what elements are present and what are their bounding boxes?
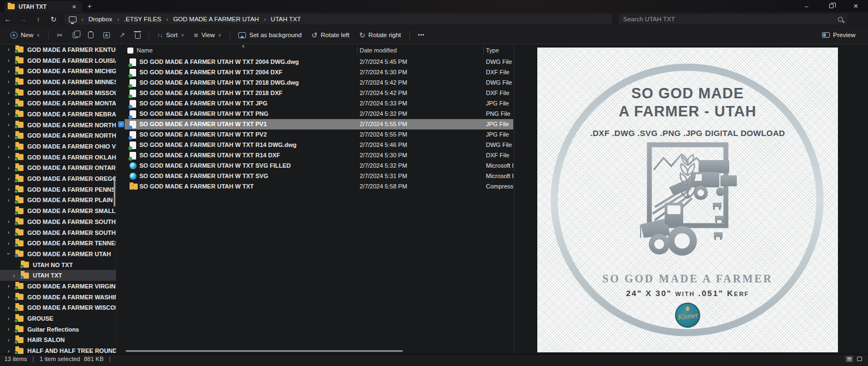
cut-button[interactable]: ✂ xyxy=(52,28,68,42)
chevron-icon[interactable] xyxy=(8,68,14,74)
chevron-icon[interactable] xyxy=(8,144,14,150)
preview-toggle-button[interactable]: Preview xyxy=(817,28,860,42)
chevron-icon[interactable] xyxy=(8,326,14,332)
file-row[interactable]: ✓ SO GOD MADE A FARMER UTAH W TXT PNG 2/… xyxy=(125,109,513,119)
row-checkbox[interactable]: ✓ xyxy=(118,121,124,127)
sidebar-item[interactable]: GOD MADE A FARMER TENNESSEE xyxy=(0,238,116,249)
chevron-icon[interactable] xyxy=(8,337,14,343)
sidebar-item[interactable]: HAIR SALON xyxy=(0,335,116,346)
large-icons-view-button[interactable] xyxy=(855,356,864,362)
chevron-icon[interactable] xyxy=(8,90,14,96)
file-row[interactable]: ✓ SO GOD MADE A FARMER UTAH W TXT 2/7/20… xyxy=(125,181,513,192)
restore-button[interactable] xyxy=(819,0,843,12)
paste-button[interactable] xyxy=(83,28,98,42)
chevron-icon[interactable] xyxy=(8,294,14,300)
sidebar-item[interactable]: GOD MADE A FARMER PENNSYLVANIA xyxy=(0,184,116,195)
sidebar-item[interactable]: GOD MADE A FARMER NEBRASKA xyxy=(0,109,116,120)
file-row[interactable]: ✓ SO GOD MADE A FARMER UTAH W TXT SVG FI… xyxy=(125,161,513,171)
chevron-icon[interactable] xyxy=(8,186,14,192)
sidebar-item[interactable]: GOD MADE A FARMER WASHINGTON xyxy=(0,292,116,303)
back-button[interactable]: ← xyxy=(0,15,15,23)
sidebar-item[interactable]: GOD MADE A FARMER VIRGINIA xyxy=(0,281,116,292)
breadcrumb-item[interactable]: Dropbox xyxy=(89,16,112,22)
chevron-icon[interactable] xyxy=(8,79,14,85)
rename-button[interactable]: A xyxy=(98,28,115,42)
sidebar-item[interactable]: GOD MADE A FARMER UTAH xyxy=(0,249,116,259)
file-row[interactable]: ✓ SO GOD MADE A FARMER UTAH W TXT 2004 D… xyxy=(125,57,513,67)
file-row[interactable]: ✓ SO GOD MADE A FARMER UTAH W TXT PV2 2/… xyxy=(125,129,513,140)
horizontal-scrollbar[interactable] xyxy=(126,350,403,352)
breadcrumb-item[interactable]: UTAH TXT xyxy=(271,16,301,22)
sidebar-item[interactable]: GROUSE xyxy=(0,313,116,324)
sidebar-item[interactable]: GOD MADE A FARMER MONTANA VERSION xyxy=(0,98,116,109)
sidebar-item[interactable]: GOD MADE A FARMER ONTARIO xyxy=(0,163,116,174)
this-pc-icon[interactable] xyxy=(69,16,77,22)
chevron-icon[interactable] xyxy=(8,283,14,289)
sidebar-item[interactable]: GOD MADE A FARMER NORTH CAROLINA xyxy=(0,120,116,131)
sidebar-item[interactable]: GOD MADE A FARMER WISCONSIN xyxy=(0,303,116,314)
new-button[interactable]: + New ∨ xyxy=(5,28,45,42)
sidebar-item[interactable]: GOD MADE A FARMER MISSOURI xyxy=(0,87,116,98)
share-button[interactable]: ↗ xyxy=(115,28,130,42)
select-all-checkbox[interactable] xyxy=(127,48,133,54)
rotate-right-button[interactable]: ↻ Rotate right xyxy=(354,28,406,42)
name-column-header[interactable]: Name xyxy=(137,47,153,54)
file-row[interactable]: ✓ SO GOD MADE A FARMER UTAH W TXT 2018 D… xyxy=(125,88,513,98)
file-row[interactable]: ✓ SO GOD MADE A FARMER UTAH W TXT 2018 D… xyxy=(125,78,513,88)
forward-button[interactable]: → xyxy=(15,15,31,23)
sidebar-item[interactable]: GOD MADE A FARMER OREGON xyxy=(0,173,116,184)
chevron-icon[interactable] xyxy=(8,165,14,171)
sidebar-item[interactable]: UTAH NO TXT xyxy=(0,259,116,270)
file-row[interactable]: ✓ SO GOD MADE A FARMER UTAH W TXT SVG 2/… xyxy=(125,171,513,181)
sidebar-item[interactable]: GOD MADE A FARMER LOUISIANA xyxy=(0,55,116,66)
chevron-icon[interactable] xyxy=(13,273,20,279)
details-view-button[interactable] xyxy=(845,356,853,362)
sidebar-item[interactable]: GOD MADE A FARMER NORTH DAKOTA xyxy=(0,131,116,141)
chevron-icon[interactable] xyxy=(8,240,14,246)
file-row[interactable]: ✓ SO GOD MADE A FARMER UTAH W TXT 2004 D… xyxy=(125,67,513,78)
chevron-icon[interactable] xyxy=(8,46,14,52)
search-box[interactable] xyxy=(619,14,847,25)
chevron-icon[interactable] xyxy=(8,229,14,235)
new-tab-button[interactable]: + xyxy=(87,2,92,10)
set-as-background-button[interactable]: Set as background xyxy=(233,28,307,42)
chevron-icon[interactable] xyxy=(8,111,14,117)
sidebar-item[interactable]: Guitar Reflections xyxy=(0,324,116,335)
copy-button[interactable] xyxy=(68,28,83,42)
breadcrumb-item[interactable]: GOD MADE A FARMER UTAH xyxy=(173,16,259,22)
file-row[interactable]: ✓ SO GOD MADE A FARMER UTAH W TXT R14 DW… xyxy=(125,140,513,150)
sidebar-item[interactable]: UTAH TXT xyxy=(0,270,116,281)
sort-button[interactable]: ↑↓ Sort ∨ xyxy=(153,28,189,42)
chevron-icon[interactable] xyxy=(8,348,14,354)
minimize-button[interactable]: – xyxy=(794,0,819,12)
chevron-icon[interactable] xyxy=(8,176,14,182)
search-icon[interactable] xyxy=(838,17,843,22)
chevron-icon[interactable] xyxy=(8,133,14,139)
sidebar-item[interactable]: GOD MADE A FARMER KENTUCKY xyxy=(0,44,116,55)
sidebar-item[interactable]: GOD MADE A FARMER SMALL MONTANA VERSIO xyxy=(0,205,116,216)
refresh-button[interactable]: ↻ xyxy=(46,15,61,23)
chevron-icon[interactable] xyxy=(8,316,14,322)
search-input[interactable] xyxy=(623,16,838,22)
file-row[interactable]: ✓ SO GOD MADE A FARMER UTAH W TXT R14 DX… xyxy=(125,150,513,161)
chevron-icon[interactable] xyxy=(8,305,14,311)
close-button[interactable]: ✕ xyxy=(843,0,868,12)
file-row[interactable]: ✓ SO GOD MADE A FARMER UTAH W TXT PV1 2/… xyxy=(125,119,513,129)
up-button[interactable]: ↑ xyxy=(31,15,46,23)
file-row[interactable]: ✓ SO GOD MADE A FARMER UTAH W TXT JPG 2/… xyxy=(125,98,513,109)
sidebar-item[interactable]: GOD MADE A FARMER MINNESOTA xyxy=(0,76,116,87)
column-divider[interactable] xyxy=(483,46,484,55)
chevron-icon[interactable] xyxy=(8,57,14,63)
breadcrumb-item[interactable]: .ETSY FILES xyxy=(124,16,161,22)
breadcrumb[interactable]: › Dropbox › .ETSY FILES › GOD MADE A FAR… xyxy=(64,14,612,25)
chevron-icon[interactable] xyxy=(8,219,14,225)
more-options-button[interactable]: ••• xyxy=(413,28,430,42)
column-divider[interactable] xyxy=(357,46,357,55)
chevron-icon[interactable] xyxy=(8,154,14,160)
chevron-icon[interactable] xyxy=(8,197,14,203)
tab-close-icon[interactable]: ✕ xyxy=(70,4,79,10)
date-column-header[interactable]: Date modified xyxy=(360,47,397,54)
type-column-header[interactable]: Type xyxy=(486,47,499,54)
chevron-icon[interactable] xyxy=(8,122,14,128)
rotate-left-button[interactable]: ↺ Rotate left xyxy=(307,28,354,42)
